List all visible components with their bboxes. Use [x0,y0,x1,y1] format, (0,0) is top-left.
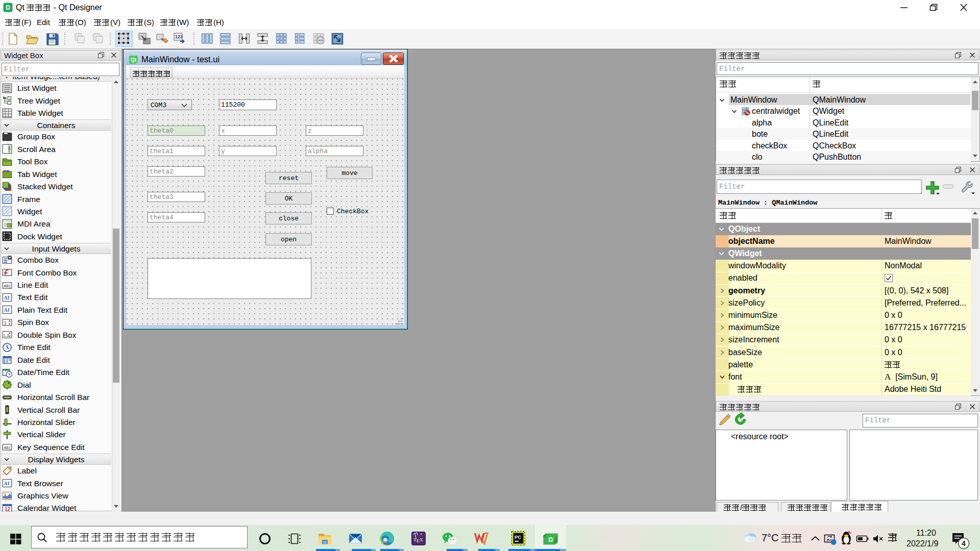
svg-text:AB[: AB[ [4,445,11,450]
svg-text:123: 123 [175,34,183,39]
svg-text:PC: PC [514,534,521,540]
svg-text:1.2: 1.2 [4,333,10,338]
svg-text:AI: AI [4,481,10,486]
svg-text:abc: abc [5,495,11,500]
svg-text:AI: AI [4,295,10,300]
svg-text:D: D [548,536,553,543]
svg-text:AI: AI [4,308,10,313]
svg-text:D: D [6,4,10,11]
svg-text:1: 1 [4,320,7,325]
svg-text:12: 12 [5,507,11,512]
svg-text:AB[: AB[ [4,283,11,288]
svg-text:Qt: Qt [131,57,137,63]
svg-text:4: 4 [962,539,966,547]
